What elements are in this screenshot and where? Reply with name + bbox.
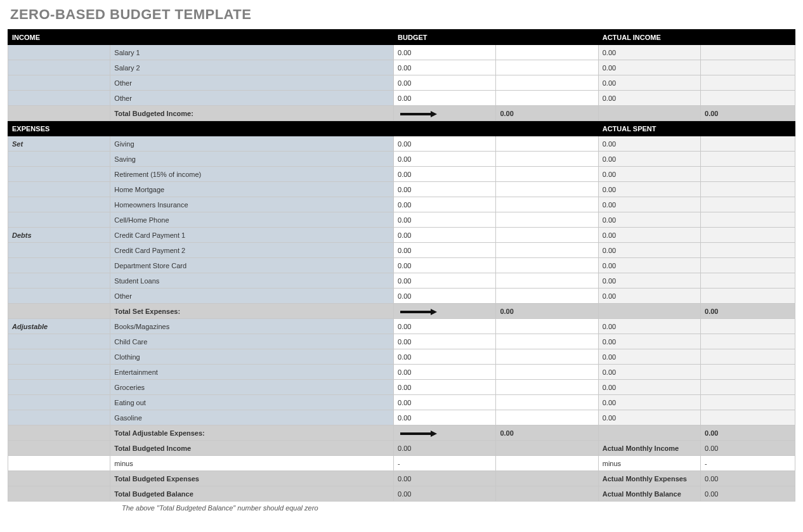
cell-empty[interactable] bbox=[701, 349, 795, 365]
set-budget[interactable]: 0.00 bbox=[394, 182, 496, 197]
cell-empty[interactable] bbox=[701, 91, 795, 106]
adjustable-budget[interactable]: 0.00 bbox=[394, 410, 496, 425]
income-actual[interactable]: 0.00 bbox=[598, 91, 700, 106]
income-label[interactable]: Other bbox=[110, 75, 394, 91]
cell-empty[interactable] bbox=[496, 152, 598, 167]
cell-empty[interactable] bbox=[496, 45, 598, 60]
cell-empty[interactable] bbox=[496, 243, 598, 258]
debts-budget[interactable]: 0.00 bbox=[394, 258, 496, 273]
adjustable-actual[interactable]: 0.00 bbox=[598, 395, 700, 410]
income-budget[interactable]: 0.00 bbox=[394, 75, 496, 91]
cell-empty[interactable] bbox=[496, 395, 598, 410]
cell-empty[interactable] bbox=[701, 410, 795, 425]
adjustable-budget[interactable]: 0.00 bbox=[394, 395, 496, 410]
set-label[interactable]: Home Mortgage bbox=[110, 182, 394, 197]
cell-empty[interactable] bbox=[496, 365, 598, 380]
adjustable-budget[interactable]: 0.00 bbox=[394, 380, 496, 395]
adjustable-budget[interactable]: 0.00 bbox=[394, 334, 496, 349]
income-label[interactable]: Salary 1 bbox=[110, 45, 394, 60]
cell-empty[interactable] bbox=[496, 349, 598, 365]
cell-empty[interactable] bbox=[496, 334, 598, 349]
adjustable-label[interactable]: Clothing bbox=[110, 349, 394, 365]
cell-empty[interactable] bbox=[701, 152, 795, 167]
cell-empty[interactable] bbox=[496, 60, 598, 75]
cell-empty[interactable] bbox=[701, 334, 795, 349]
income-label[interactable]: Salary 2 bbox=[110, 60, 394, 75]
set-label[interactable]: Saving bbox=[110, 152, 394, 167]
adjustable-label[interactable]: Entertainment bbox=[110, 365, 394, 380]
debts-label[interactable]: Student Loans bbox=[110, 273, 394, 289]
cell-empty[interactable] bbox=[496, 212, 598, 228]
cell-empty[interactable] bbox=[701, 197, 795, 212]
cell-empty[interactable] bbox=[496, 410, 598, 425]
cell-empty[interactable] bbox=[496, 182, 598, 197]
cell-empty[interactable] bbox=[701, 380, 795, 395]
cell-empty[interactable] bbox=[701, 319, 795, 334]
cell-empty[interactable] bbox=[496, 273, 598, 289]
set-actual[interactable]: 0.00 bbox=[598, 212, 700, 228]
adjustable-budget[interactable]: 0.00 bbox=[394, 349, 496, 365]
income-label[interactable]: Other bbox=[110, 91, 394, 106]
cell-empty[interactable] bbox=[496, 380, 598, 395]
adjustable-label[interactable]: Child Care bbox=[110, 334, 394, 349]
adjustable-actual[interactable]: 0.00 bbox=[598, 349, 700, 365]
set-label[interactable]: Homeowners Insurance bbox=[110, 197, 394, 212]
cell-empty[interactable] bbox=[701, 75, 795, 91]
debts-budget[interactable]: 0.00 bbox=[394, 228, 496, 243]
cell-empty[interactable] bbox=[496, 75, 598, 91]
set-budget[interactable]: 0.00 bbox=[394, 197, 496, 212]
adjustable-label[interactable]: Eating out bbox=[110, 395, 394, 410]
cell-empty[interactable] bbox=[701, 289, 795, 304]
debts-budget[interactable]: 0.00 bbox=[394, 289, 496, 304]
cell-empty[interactable] bbox=[701, 60, 795, 75]
debts-label[interactable]: Department Store Card bbox=[110, 258, 394, 273]
cell-empty[interactable] bbox=[496, 197, 598, 212]
adjustable-label[interactable]: Books/Magazines bbox=[110, 319, 394, 334]
adjustable-budget[interactable]: 0.00 bbox=[394, 319, 496, 334]
adjustable-actual[interactable]: 0.00 bbox=[598, 380, 700, 395]
adjustable-actual[interactable]: 0.00 bbox=[598, 319, 700, 334]
cell-empty[interactable] bbox=[701, 258, 795, 273]
income-actual[interactable]: 0.00 bbox=[598, 45, 700, 60]
debts-actual[interactable]: 0.00 bbox=[598, 273, 700, 289]
cell-empty[interactable] bbox=[701, 395, 795, 410]
debts-label[interactable]: Other bbox=[110, 289, 394, 304]
cell-empty[interactable] bbox=[701, 243, 795, 258]
income-actual[interactable]: 0.00 bbox=[598, 75, 700, 91]
set-budget[interactable]: 0.00 bbox=[394, 136, 496, 152]
cell-empty[interactable] bbox=[701, 212, 795, 228]
cell-empty[interactable] bbox=[701, 167, 795, 182]
adjustable-label[interactable]: Gasoline bbox=[110, 410, 394, 425]
adjustable-actual[interactable]: 0.00 bbox=[598, 410, 700, 425]
set-actual[interactable]: 0.00 bbox=[598, 182, 700, 197]
cell-empty[interactable] bbox=[496, 319, 598, 334]
cell-empty[interactable] bbox=[496, 228, 598, 243]
set-actual[interactable]: 0.00 bbox=[598, 197, 700, 212]
income-budget[interactable]: 0.00 bbox=[394, 60, 496, 75]
debts-budget[interactable]: 0.00 bbox=[394, 273, 496, 289]
cell-empty[interactable] bbox=[496, 289, 598, 304]
set-budget[interactable]: 0.00 bbox=[394, 212, 496, 228]
adjustable-actual[interactable]: 0.00 bbox=[598, 365, 700, 380]
debts-actual[interactable]: 0.00 bbox=[598, 228, 700, 243]
set-actual[interactable]: 0.00 bbox=[598, 136, 700, 152]
set-actual[interactable]: 0.00 bbox=[598, 152, 700, 167]
debts-budget[interactable]: 0.00 bbox=[394, 243, 496, 258]
cell-empty[interactable] bbox=[496, 167, 598, 182]
adjustable-budget[interactable]: 0.00 bbox=[394, 365, 496, 380]
adjustable-actual[interactable]: 0.00 bbox=[598, 334, 700, 349]
set-label[interactable]: Cell/Home Phone bbox=[110, 212, 394, 228]
set-budget[interactable]: 0.00 bbox=[394, 152, 496, 167]
cell-empty[interactable] bbox=[701, 273, 795, 289]
cell-empty[interactable] bbox=[701, 45, 795, 60]
debts-actual[interactable]: 0.00 bbox=[598, 258, 700, 273]
cell-empty[interactable] bbox=[701, 228, 795, 243]
debts-actual[interactable]: 0.00 bbox=[598, 243, 700, 258]
income-budget[interactable]: 0.00 bbox=[394, 45, 496, 60]
cell-empty[interactable] bbox=[701, 136, 795, 152]
debts-label[interactable]: Credit Card Payment 2 bbox=[110, 243, 394, 258]
set-actual[interactable]: 0.00 bbox=[598, 167, 700, 182]
cell-empty[interactable] bbox=[496, 91, 598, 106]
income-budget[interactable]: 0.00 bbox=[394, 91, 496, 106]
debts-actual[interactable]: 0.00 bbox=[598, 289, 700, 304]
